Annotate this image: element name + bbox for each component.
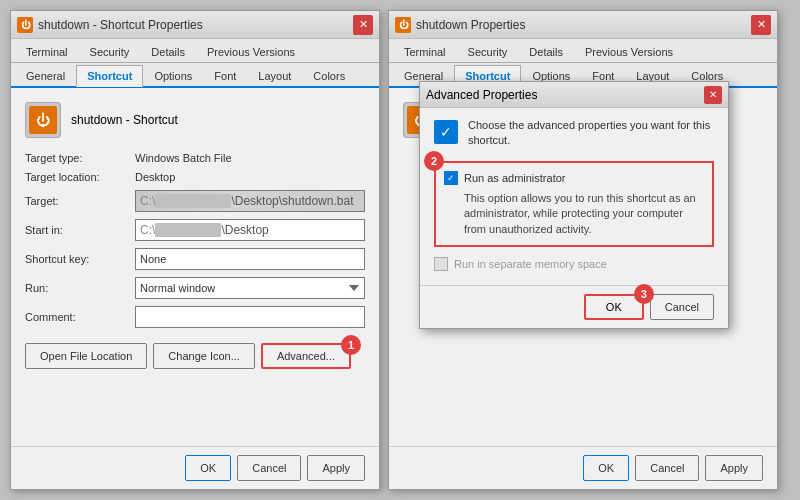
run-as-admin-box: ✓ Run as administrator This option allow… [434,161,714,247]
left-app-icon: ⏻ [25,102,61,138]
modal-title-bar: Advanced Properties ✕ [420,82,728,108]
left-app-name: shutdown - Shortcut [71,113,178,127]
advanced-properties-modal: Advanced Properties ✕ ✓ Choose the advan… [419,81,729,329]
run-as-admin-checkbox[interactable]: ✓ [444,171,458,185]
modal-cancel-button[interactable]: Cancel [650,294,714,320]
right-dialog-content: ⏻ shutdown Properties ✕ Terminal Securit… [389,11,777,489]
run-separate-memory-checkbox[interactable] [434,257,448,271]
left-target-row: Target: C:\hidden\Desktop\shutdown.bat [25,190,365,212]
left-target-label: Target: [25,195,135,207]
left-title-bar: ⏻ shutdown - Shortcut Properties ✕ [11,11,379,39]
left-target-location-label: Target location: [25,171,135,183]
right-dialog: ⏻ shutdown Properties ✕ Terminal Securit… [388,10,778,490]
left-dialog: ⏻ shutdown - Shortcut Properties ✕ Termi… [10,10,380,490]
left-run-select[interactable]: Normal window [135,277,365,299]
left-tab-previous-versions[interactable]: Previous Versions [196,41,306,63]
highlighted-box-wrapper: ✓ Run as administrator This option allow… [434,161,714,247]
left-cancel-button[interactable]: Cancel [237,455,301,481]
change-icon-button[interactable]: Change Icon... [153,343,255,369]
left-content-area: ⏻ shutdown - Shortcut Target type: Windo… [11,88,379,446]
left-target-type-value: Windows Batch File [135,152,232,164]
open-file-location-button[interactable]: Open File Location [25,343,147,369]
left-target-type-row: Target type: Windows Batch File [25,152,365,164]
left-tab-security[interactable]: Security [79,41,141,63]
modal-header-text: Choose the advanced properties you want … [468,118,714,149]
left-target-location-row: Target location: Desktop [25,171,365,183]
left-run-label: Run: [25,282,135,294]
run-as-admin-description: This option allows you to run this short… [464,191,704,237]
left-startin-row: Start in: C:\hidden\Desktop [25,219,365,241]
left-target-type-label: Target type: [25,152,135,164]
check-icon: ✓ [434,120,458,144]
modal-header-row: ✓ Choose the advanced properties you wan… [434,118,714,149]
left-shortcutkey-label: Shortcut key: [25,253,135,265]
left-startin-input[interactable]: C:\hidden\Desktop [135,219,365,241]
run-as-admin-label: Run as administrator [464,172,566,184]
badge-3: 3 [634,284,654,304]
left-app-icon-img: ⏻ [29,106,57,134]
advanced-button[interactable]: Advanced... [261,343,351,369]
ok-button-wrapper: OK 3 [584,294,644,320]
left-tabs-row2: General Shortcut Options Font Layout Col… [11,63,379,88]
left-tab-terminal[interactable]: Terminal [15,41,79,63]
left-tab-shortcut[interactable]: Shortcut [76,65,143,87]
left-tab-details[interactable]: Details [140,41,196,63]
left-spacer [25,455,179,481]
modal-content: ✓ Choose the advanced properties you wan… [420,108,728,285]
left-icon-name-row: ⏻ shutdown - Shortcut [25,102,365,138]
left-tab-colors[interactable]: Colors [302,65,356,87]
left-run-row: Run: Normal window [25,277,365,299]
left-target-location-value: Desktop [135,171,175,183]
left-tab-general[interactable]: General [15,65,76,87]
left-tabs-row1: Terminal Security Details Previous Versi… [11,39,379,63]
modal-buttons: OK 3 Cancel [420,285,728,328]
left-title-text: shutdown - Shortcut Properties [38,18,203,32]
left-bottom-buttons: OK Cancel Apply [11,446,379,489]
run-separate-memory-row: Run in separate memory space [434,257,714,271]
left-comment-input[interactable] [135,306,365,328]
left-tab-layout[interactable]: Layout [247,65,302,87]
left-startin-label: Start in: [25,224,135,236]
modal-close-button[interactable]: ✕ [704,86,722,104]
left-apply-button[interactable]: Apply [307,455,365,481]
left-ok-button[interactable]: OK [185,455,231,481]
run-separate-memory-label: Run in separate memory space [454,258,607,270]
left-close-button[interactable]: ✕ [353,15,373,35]
badge-1: 1 [341,335,361,355]
left-shortcutkey-input[interactable] [135,248,365,270]
run-as-admin-row: ✓ Run as administrator [444,171,704,185]
badge-2: 2 [424,151,444,171]
modal-title-text: Advanced Properties [426,88,537,102]
left-tab-font[interactable]: Font [203,65,247,87]
left-action-buttons: Open File Location Change Icon... Advanc… [25,343,365,369]
left-target-input[interactable]: C:\hidden\Desktop\shutdown.bat [135,190,365,212]
left-comment-label: Comment: [25,311,135,323]
left-shortcutkey-row: Shortcut key: [25,248,365,270]
advanced-button-wrapper: Advanced... 1 [261,343,351,369]
left-tab-options[interactable]: Options [143,65,203,87]
modal-overlay: Advanced Properties ✕ ✓ Choose the advan… [389,11,777,489]
title-bar-left: ⏻ shutdown - Shortcut Properties [17,17,203,33]
left-comment-row: Comment: [25,306,365,328]
left-title-icon: ⏻ [17,17,33,33]
